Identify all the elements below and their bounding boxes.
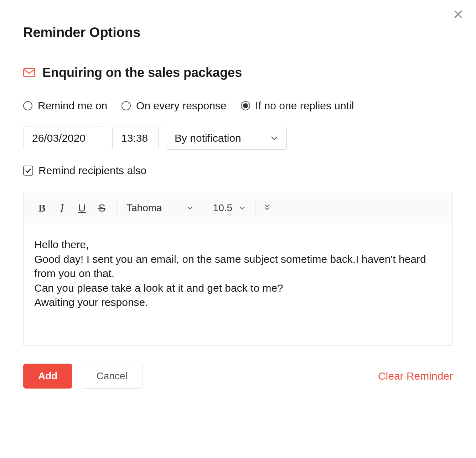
radio-label: On every response [136,100,226,112]
method-value: By notification [175,132,241,144]
radio-if-no-one-replies[interactable]: If no one replies until [241,100,354,112]
footer: Add Cancel Clear Reminder [23,364,453,389]
radio-group: Remind me on On every response If no one… [23,100,453,112]
subject-row: Enquiring on the sales packages [23,65,453,80]
clear-reminder-link[interactable]: Clear Reminder [378,370,453,382]
chevron-down-icon [187,206,193,210]
bold-button[interactable]: B [32,200,52,216]
inputs-row: 26/03/2020 13:38 By notification [23,126,453,150]
double-chevron-down-icon [264,204,270,211]
radio-icon-selected [241,101,250,110]
checkbox-icon [23,166,33,176]
remind-recipients-checkbox[interactable]: Remind recipients also [23,165,453,177]
font-value: Tahoma [126,202,162,214]
radio-label: If no one replies until [255,100,354,112]
mail-icon [23,68,35,77]
strikethrough-button[interactable]: S [92,200,112,216]
subject-text: Enquiring on the sales packages [42,65,242,80]
toolbar-divider [116,201,117,215]
notification-method-select[interactable]: By notification [166,127,287,150]
time-input[interactable]: 13:38 [112,126,159,150]
radio-label: Remind me on [38,100,107,112]
editor: B I U S Tahoma 10.5 [23,193,453,346]
date-input[interactable]: 26/03/2020 [23,126,105,150]
font-family-select[interactable]: Tahoma [121,202,198,214]
font-size-select[interactable]: 10.5 [207,202,251,214]
radio-remind-me-on[interactable]: Remind me on [23,100,107,112]
more-options-button[interactable] [260,204,275,212]
svg-rect-0 [24,69,35,77]
italic-button[interactable]: I [52,200,72,216]
toolbar-divider [255,201,255,215]
radio-on-every-response[interactable]: On every response [121,100,226,112]
add-button[interactable]: Add [23,364,72,389]
underline-button[interactable]: U [72,200,92,216]
size-value: 10.5 [213,202,233,214]
chevron-down-icon [239,206,245,210]
chevron-down-icon [271,136,278,140]
close-button[interactable] [451,7,465,21]
editor-toolbar: B I U S Tahoma 10.5 [24,193,452,223]
dialog-title: Reminder Options [23,25,453,40]
cancel-button[interactable]: Cancel [81,364,143,389]
checkbox-label: Remind recipients also [38,165,146,177]
editor-body[interactable]: Hello there, Good day! I sent you an ema… [24,223,452,345]
toolbar-divider [203,201,203,215]
close-icon [453,9,464,20]
radio-icon [23,101,32,110]
radio-icon [121,101,131,110]
